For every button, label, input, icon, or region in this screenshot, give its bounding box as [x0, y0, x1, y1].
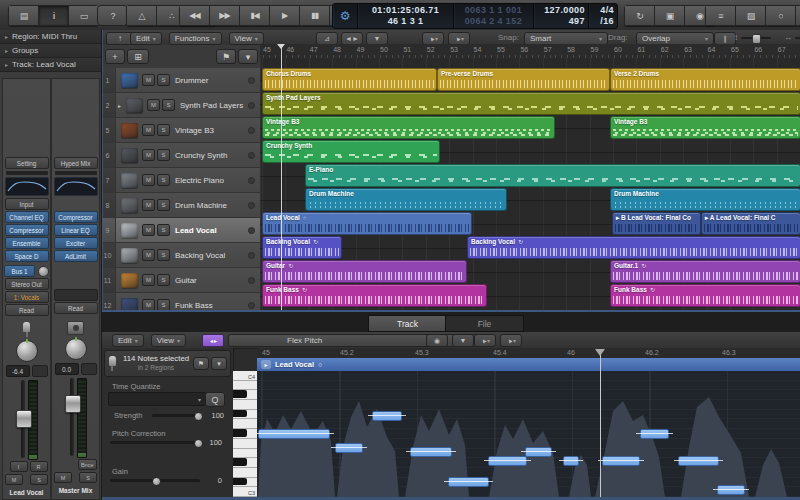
solo-button[interactable]: S [157, 274, 170, 286]
bounce-button[interactable]: Bnce [78, 459, 97, 470]
channel-setting-button[interactable]: Setting [5, 157, 49, 169]
region-synth-pad-layers[interactable]: Synth Pad Layers [262, 92, 800, 115]
region-vintage-b3[interactable]: Vintage B3 [262, 116, 555, 139]
list-editors-button[interactable]: ≡ [705, 5, 736, 26]
flex-icon[interactable]: ◄► [202, 334, 224, 347]
volume-fader[interactable] [21, 380, 25, 458]
dropdown-button[interactable]: ▾ [211, 357, 227, 370]
flex-pitch-editor[interactable] [257, 371, 800, 497]
track-header-drummer[interactable]: 1MSDrummer [100, 68, 260, 93]
solo-button[interactable]: S [157, 124, 170, 136]
flex-pitch-note[interactable] [525, 447, 552, 457]
input-monitor-dot[interactable] [248, 77, 255, 84]
solo-button[interactable]: S [162, 99, 175, 111]
editor-playhead-marker[interactable] [595, 349, 605, 361]
quantize-value-menu[interactable]: ▾ [108, 392, 206, 406]
region-lead-vocal[interactable]: Lead Vocal○ [262, 212, 472, 235]
track-header-backing-vocal[interactable]: 10MSBacking Vocal [100, 243, 260, 268]
region-b-lead-vocal-final-co[interactable]: ▸ B Lead Vocal: Final Co [612, 212, 701, 235]
flex-pitch-note[interactable] [640, 429, 669, 439]
volume-value[interactable]: 0.0 [55, 363, 79, 375]
menu-edit[interactable]: Edit▾ [112, 334, 144, 347]
track-flag-button[interactable]: ⚑ [216, 49, 236, 64]
mute-button[interactable]: M [147, 99, 160, 111]
pitch-correction-slider[interactable] [110, 441, 200, 444]
plugin-slot-ensemble[interactable]: Ensemble [5, 237, 49, 249]
forward-button[interactable]: ▶▶ [210, 5, 240, 26]
group-slot[interactable]: 1: Vocals [5, 291, 49, 303]
menu-view[interactable]: View▾ [229, 32, 264, 45]
play-button[interactable]: ▶ [270, 5, 300, 26]
duplicate-track-button[interactable]: ⊞ [127, 49, 149, 64]
smart-controls-button[interactable]: ▭ [69, 5, 99, 26]
output-slot[interactable]: Stereo Out [5, 278, 49, 290]
white-key[interactable] [233, 381, 257, 391]
flex-pitch-note[interactable] [448, 477, 489, 487]
pan-knob[interactable] [16, 340, 38, 362]
input-monitor-dot[interactable] [248, 202, 255, 209]
track-header-guitar[interactable]: 11MSGuitar [100, 268, 260, 293]
lcd-display[interactable]: ⚙ 01:01:25:06.71 46 1 3 1 0063 1 1 001 0… [332, 3, 618, 29]
channel-setting-button[interactable]: Hyped Mix [54, 157, 98, 169]
pan-knob[interactable] [65, 338, 87, 360]
tab-track[interactable]: Track [368, 315, 447, 332]
white-key[interactable] [233, 400, 257, 410]
plugin-slot-compressor[interactable]: Compressor [5, 224, 49, 236]
white-key[interactable] [233, 468, 257, 478]
horizontal-zoom-slider[interactable]: ↔ [784, 33, 800, 42]
region-vintage-b3[interactable]: Vintage B3 [610, 116, 800, 139]
input-monitor-dot[interactable] [248, 177, 255, 184]
region-backing-vocal[interactable]: Backing Vocal↻ [262, 236, 342, 259]
plugin-slot-linear-eq[interactable]: Linear EQ [54, 224, 98, 236]
flex-pitch-note[interactable] [678, 456, 719, 466]
mute-button[interactable]: M [142, 224, 155, 236]
solo-button[interactable]: S [157, 149, 170, 161]
automation-mode-button[interactable]: Read [5, 304, 49, 316]
plugin-slot-compressor[interactable]: Compressor [54, 211, 98, 223]
menu-view[interactable]: View▾ [151, 334, 186, 347]
channel-strip-name[interactable]: Master Mix [59, 487, 93, 494]
track-header-vintage-b3[interactable]: 5MSVintage B3 [100, 118, 260, 143]
left-click-tool-menu[interactable]: ▲▾ [474, 334, 496, 347]
quantize-apply-button[interactable]: Q [205, 392, 225, 407]
white-key[interactable]: C4 [233, 371, 257, 381]
vertical-zoom-slider[interactable]: ↕ [734, 33, 771, 42]
mute-button[interactable]: M [5, 474, 23, 485]
black-key[interactable] [233, 429, 257, 439]
gain-slider[interactable] [110, 479, 200, 482]
tab-file[interactable]: File [445, 315, 524, 332]
input-monitor-dot[interactable] [248, 227, 255, 234]
region-crunchy-synth[interactable]: Crunchy Synth [262, 140, 440, 163]
flex-pitch-note[interactable] [717, 485, 745, 495]
black-key[interactable] [233, 478, 257, 488]
flex-pitch-note[interactable] [410, 447, 452, 457]
black-key[interactable] [233, 390, 257, 400]
solo-button[interactable]: S [157, 74, 170, 86]
white-key[interactable] [233, 419, 257, 429]
plugin-slot-channel-eq[interactable]: Channel EQ [5, 211, 49, 223]
region-e-piano[interactable]: E-Piano [305, 164, 800, 187]
track-header-lead-vocal[interactable]: 9MSLead Vocal [100, 218, 260, 243]
inspector-section-groups[interactable]: ▸Groups [0, 44, 101, 58]
flex-pitch-note[interactable] [563, 456, 579, 466]
eq-thumbnail[interactable] [54, 177, 98, 196]
autopunch-button[interactable]: ▣ [655, 5, 685, 26]
note-pads-button[interactable]: ▨ [736, 5, 766, 26]
inspector-section-region[interactable]: ▸Region: MIDI Thru [0, 30, 101, 44]
track-header-drum-machine[interactable]: 8MSDrum Machine [100, 193, 260, 218]
region-verse-2-drums[interactable]: Verse 2 Drums [610, 68, 800, 91]
region-funk-bass[interactable]: Funk Bass↻ [610, 284, 800, 307]
mute-button[interactable]: M [142, 74, 155, 86]
volume-value[interactable]: -6.4 [6, 365, 30, 377]
record-enable-button[interactable]: R [30, 461, 48, 472]
plugin-slot-space-d[interactable]: Space D [5, 250, 49, 262]
mute-button[interactable]: M [142, 149, 155, 161]
bar-ruler[interactable]: 4546474849505152535455565758596061626364… [260, 44, 800, 59]
add-track-button[interactable]: + [105, 49, 125, 64]
region-play-icon[interactable]: ▸ [261, 360, 271, 369]
plugin-slot-adlimit[interactable]: AdLimit [54, 250, 98, 262]
flex-pitch-note[interactable] [602, 456, 640, 466]
browsers-button[interactable]: ▥ [796, 5, 800, 26]
quick-help-button[interactable]: ? [97, 5, 128, 26]
black-key[interactable] [233, 410, 257, 420]
